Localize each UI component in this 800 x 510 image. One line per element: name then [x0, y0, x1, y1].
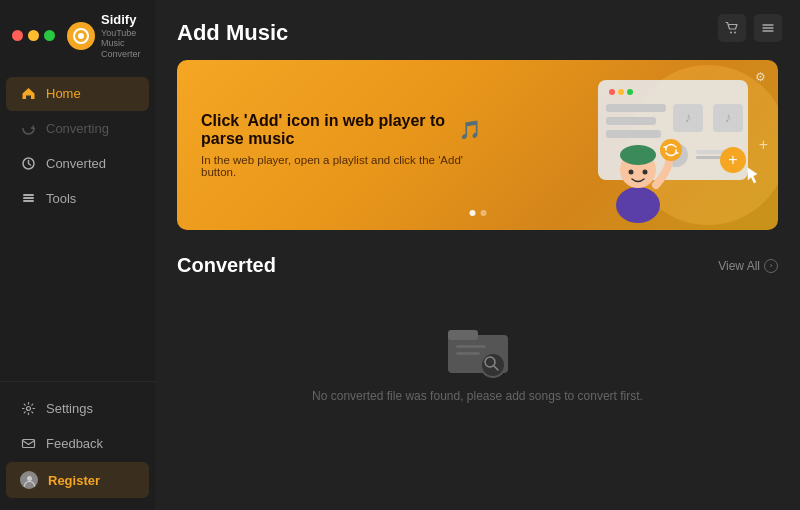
- svg-rect-3: [23, 197, 34, 199]
- converted-header: Converted View All ›: [177, 254, 778, 277]
- banner-settings-icon[interactable]: ⚙: [755, 70, 766, 84]
- dot-1: [469, 210, 475, 216]
- cart-button[interactable]: [718, 14, 746, 42]
- traffic-lights: [12, 30, 55, 41]
- svg-text:♪: ♪: [725, 109, 732, 125]
- svg-point-30: [616, 187, 660, 223]
- close-button[interactable]: [12, 30, 23, 41]
- svg-rect-16: [606, 104, 666, 112]
- svg-rect-7: [22, 439, 34, 447]
- tools-label: Tools: [46, 191, 76, 206]
- svg-point-35: [660, 139, 682, 161]
- converted-section-title: Converted: [177, 254, 276, 277]
- svg-point-33: [629, 170, 634, 175]
- svg-text:♪: ♪: [685, 109, 692, 125]
- svg-rect-4: [23, 194, 34, 196]
- svg-point-34: [643, 170, 648, 175]
- svg-point-8: [27, 476, 32, 481]
- svg-point-14: [618, 89, 624, 95]
- svg-point-15: [627, 89, 633, 95]
- envelope-icon: [20, 435, 36, 451]
- home-label: Home: [46, 86, 81, 101]
- sidebar-item-converted[interactable]: Converted: [6, 147, 149, 181]
- register-label: Register: [48, 473, 100, 488]
- svg-point-6: [26, 406, 30, 410]
- topbar-icons: [718, 14, 782, 42]
- tools-icon: [20, 191, 36, 207]
- svg-point-10: [734, 32, 736, 34]
- view-all-chevron-icon: ›: [764, 259, 778, 273]
- sidebar-item-tools[interactable]: Tools: [6, 182, 149, 216]
- svg-rect-41: [456, 352, 480, 355]
- nav-section: Home Converting Converted: [0, 68, 155, 381]
- settings-label: Settings: [46, 401, 93, 416]
- app-info: Sidify YouTube Music Converter: [101, 12, 143, 60]
- minimize-button[interactable]: [28, 30, 39, 41]
- page-title: Add Music: [177, 20, 778, 46]
- svg-rect-40: [456, 345, 486, 348]
- maximize-button[interactable]: [44, 30, 55, 41]
- clock-icon: [20, 156, 36, 172]
- empty-message: No converted file was found, please add …: [312, 389, 643, 403]
- converting-label: Converting: [46, 121, 109, 136]
- banner-illustration: ♪ ♪ ▶ +: [438, 60, 778, 230]
- svg-point-13: [609, 89, 615, 95]
- titlebar: Sidify YouTube Music Converter: [0, 0, 155, 68]
- svg-rect-17: [606, 117, 656, 125]
- banner-plus-icon[interactable]: +: [759, 136, 768, 154]
- svg-rect-5: [23, 200, 34, 202]
- sidebar-bottom: Settings Feedback Register: [0, 381, 155, 510]
- sidebar: Sidify YouTube Music Converter Home Conv…: [0, 0, 155, 510]
- banner-dots: [469, 210, 486, 216]
- music-note-icon: 🎵: [459, 119, 481, 141]
- svg-point-32: [620, 145, 656, 165]
- sidebar-item-home[interactable]: Home: [6, 77, 149, 111]
- avatar-icon: [20, 471, 38, 489]
- svg-point-38: [481, 353, 505, 377]
- converted-label: Converted: [46, 156, 106, 171]
- folder-icon: [443, 315, 513, 375]
- app-name: Sidify: [101, 12, 143, 28]
- app-subtitle: YouTube Music Converter: [101, 28, 143, 60]
- refresh-icon: [20, 121, 36, 137]
- empty-state: No converted file was found, please add …: [177, 295, 778, 423]
- svg-rect-18: [606, 130, 661, 138]
- view-all-button[interactable]: View All ›: [718, 259, 778, 273]
- menu-button[interactable]: [754, 14, 782, 42]
- dot-2: [480, 210, 486, 216]
- app-logo: [67, 22, 95, 50]
- main-content: Add Music Click 'Add' icon in web player…: [155, 0, 800, 510]
- banner-headline: Click 'Add' icon in web player to parse …: [201, 112, 481, 148]
- feedback-label: Feedback: [46, 436, 103, 451]
- add-music-banner: Click 'Add' icon in web player to parse …: [177, 60, 778, 230]
- sidebar-item-converting[interactable]: Converting: [6, 112, 149, 146]
- svg-rect-37: [448, 330, 478, 340]
- gear-icon: [20, 400, 36, 416]
- banner-text: Click 'Add' icon in web player to parse …: [201, 112, 481, 178]
- svg-text:+: +: [728, 151, 737, 168]
- svg-point-1: [78, 33, 84, 39]
- sidebar-item-feedback[interactable]: Feedback: [6, 426, 149, 460]
- svg-point-9: [730, 32, 732, 34]
- home-icon: [20, 86, 36, 102]
- banner-subtext: In the web player, open a playlist and c…: [201, 154, 481, 178]
- register-button[interactable]: Register: [6, 462, 149, 498]
- sidebar-item-settings[interactable]: Settings: [6, 391, 149, 425]
